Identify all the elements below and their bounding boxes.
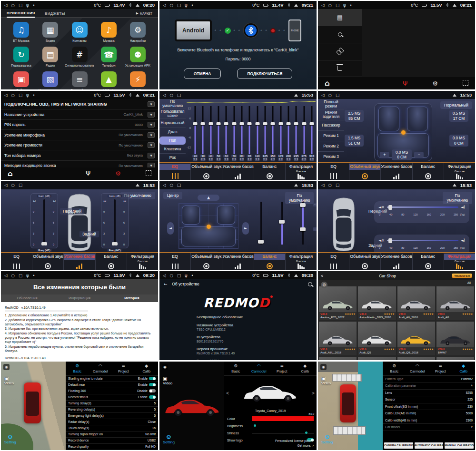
band-slider[interactable] [308,106,316,154]
brightness-slider[interactable] [252,426,314,426]
app-icon[interactable]: ♪ [101,22,117,38]
back-arrow-icon[interactable]: ← [164,282,167,286]
camera-tab[interactable]: Calib [452,362,476,375]
app-shortcut[interactable]: ▦ Видео [36,22,65,42]
camera-tab[interactable]: Carmodel [406,362,429,375]
slider-track[interactable] [281,202,283,245]
speaker-icon[interactable]: ◄) [461,205,465,209]
car-card[interactable] [319,357,357,360]
app-shortcut[interactable]: ♪ Музыка [94,22,123,42]
preset-item[interactable]: Рок [159,154,186,162]
mode-item[interactable]: Режим водителя [318,109,344,120]
slider-track[interactable] [260,202,262,245]
home-icon[interactable]: ○ [328,93,332,98]
app-shortcut[interactable]: ☺ Контакты [65,22,94,42]
recents-icon[interactable]: □ [19,93,22,98]
back-icon[interactable]: ◁ [163,93,166,98]
app-icon[interactable]: ⚉ [130,47,146,62]
app-icon[interactable]: ☎ [101,47,117,62]
slider-thumb[interactable] [112,242,118,245]
home-icon[interactable]: ⌂ [325,79,330,88]
band-slider[interactable] [254,106,261,154]
slider-thumb[interactable] [279,220,285,224]
slider-thumb[interactable] [388,205,392,210]
app-shortcut[interactable]: ▧ Цвет подсветки [36,71,65,89]
tab-applications[interactable]: ПРИЛОЖЕНИЯ [7,9,35,18]
camera-tab[interactable]: Calib [135,362,159,375]
mode-item[interactable]: Полный режим [318,99,344,109]
toggle[interactable] [149,377,156,380]
app-icon[interactable]: ▣ [13,71,29,87]
slider-thumb[interactable] [217,122,221,125]
gear-icon[interactable]: ⚙ [115,170,121,177]
audio-tab[interactable]: EQ [159,163,191,180]
settings-row[interactable]: Emergency light delay(s) 5 [66,413,158,419]
audio-tab[interactable]: Объёмный звук [191,163,222,180]
home-icon[interactable]: ○ [11,3,15,8]
preset-item[interactable]: Джаз [159,127,186,136]
audio-tab[interactable]: EQ [159,253,191,270]
app-icon[interactable]: ♫ [13,22,29,38]
app-icon[interactable]: ▧ [42,71,58,87]
toggle[interactable] [149,395,156,399]
settings-row[interactable]: Radar delay(s) Close [66,419,158,425]
audio-tab[interactable]: Баланс [254,253,286,270]
settings-row[interactable]: Turning delay(s) 5 [66,401,158,407]
app-shortcut[interactable]: ↻ Перезагрузка [7,47,36,67]
playlist-icon[interactable]: ▤ [318,9,362,26]
calibration-row[interactable]: Sensor 225 [383,396,475,403]
car-card[interactable]: V30.0★★★★★ Audi_A8L_2018 [319,322,357,355]
changelog-body[interactable]: RedMOD - v.10A.TS10.1.49 1. Дополнение к… [1,302,158,360]
band-slider[interactable] [269,106,277,154]
camera-tab[interactable]: Carmodel [248,362,271,375]
arrow-left-button[interactable]: ◄ [167,222,174,235]
audio-tab[interactable]: Объёмный звук [349,163,381,180]
delay-rear-right[interactable]: 0.0 MS0 CM [449,135,468,147]
normal-mode-button[interactable]: Нормальный [440,101,472,109]
minus-chip[interactable]: − [313,227,317,231]
app-shortcut[interactable]: # Суперпользователь [65,47,94,67]
color-row[interactable]: Color [224,415,317,422]
recents-icon[interactable]: □ [177,273,181,278]
preset-item[interactable]: Поп [159,137,186,145]
car-card[interactable]: V30.0★★★★★ BMW7 [436,322,474,355]
mode-item[interactable]: Режим 2 [318,141,344,152]
settings-row[interactable]: Default rear Enable [66,382,158,388]
slider-thumb[interactable] [305,431,307,434]
audio-tab[interactable]: Фильтрация басов [286,253,317,270]
car-card[interactable]: V30.0★★★★★ Audi_A6_2018 [397,286,435,320]
home-icon[interactable]: ○ [11,93,15,98]
about-item[interactable]: Название устройства TS10 CPU:UMS512 [197,323,317,331]
settings-row[interactable]: Усиление громкости По умолчанию [1,140,158,151]
recents-icon[interactable]: □ [336,3,339,8]
band-slider[interactable] [230,106,238,154]
delay-front-left[interactable]: 2.5 MS85 CM [345,110,364,122]
app-icon[interactable]: ⚡ [130,71,146,87]
band-slider[interactable] [207,106,215,154]
market-button[interactable]: ▶МАРКЕТ [136,11,152,15]
delay-front-right[interactable]: 0.5 MS17 CM [449,110,468,122]
settings-row[interactable]: Reversing delay(s) 5 [66,407,158,413]
car-card[interactable]: V30.0★★★★★ Audi_Q5 [358,322,396,355]
slider-thumb[interactable] [278,122,283,125]
shiness-row[interactable]: Shiness [224,430,317,437]
audio-tab[interactable]: Объёмный звук [191,253,222,270]
back-icon[interactable]: ◁ [4,183,8,187]
about-item[interactable]: ID устройства 860110101261776 [197,335,317,343]
calibration-button[interactable]: CAMERA CALIBRATION [384,442,413,449]
audio-tab[interactable]: Усиление басов [64,253,95,270]
gear-icon[interactable]: ⚙ [432,80,438,87]
slider-track[interactable]: − − [302,202,304,245]
balance-position-dot[interactable] [207,225,211,229]
changelog-tab[interactable]: История [106,294,158,302]
speaker-icon[interactable]: ◄) [461,238,465,243]
band-slider[interactable] [246,106,253,154]
recents-icon[interactable]: □ [19,183,22,187]
home-icon[interactable]: ○ [170,3,173,8]
mode-item[interactable]: Пассажир [318,120,344,131]
back-icon[interactable]: ◁ [4,93,8,98]
slider-thumb[interactable] [232,122,236,125]
changelog-tab[interactable]: Информация [53,294,106,302]
transfer-button[interactable]: TRANSFER [452,274,472,278]
setting-label[interactable]: ⚙Setting [321,434,333,444]
